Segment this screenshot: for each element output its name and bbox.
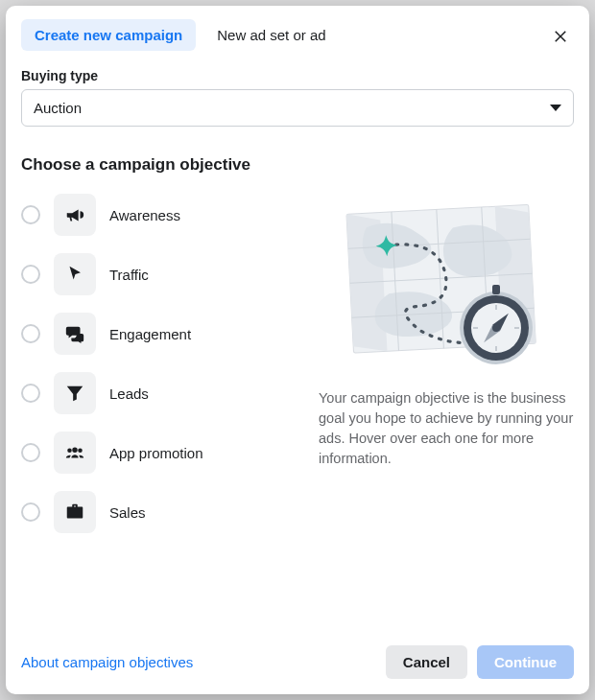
- create-campaign-modal: Create new campaign New ad set or ad Buy…: [6, 6, 589, 694]
- objective-content: Awareness Traffic Engagement: [21, 194, 574, 632]
- about-objectives-link[interactable]: About campaign objectives: [21, 654, 193, 670]
- svg-rect-17: [492, 285, 500, 294]
- continue-button[interactable]: Continue: [477, 645, 574, 679]
- chat-icon: [54, 313, 96, 355]
- svg-point-16: [492, 324, 500, 332]
- objective-label: Leads: [109, 385, 149, 402]
- map-compass-illustration: [341, 203, 552, 371]
- radio-awareness[interactable]: [21, 205, 40, 224]
- buying-type-value: Auction: [34, 100, 82, 116]
- objective-option-leads[interactable]: Leads: [21, 372, 290, 414]
- close-icon: [552, 27, 569, 44]
- radio-app-promotion[interactable]: [21, 443, 40, 462]
- radio-engagement[interactable]: [21, 324, 40, 343]
- cursor-icon: [54, 253, 96, 295]
- tab-new-ad-set[interactable]: New ad set or ad: [203, 19, 339, 51]
- objective-description: Your campaign objective is the business …: [319, 388, 574, 469]
- buying-type-label: Buying type: [21, 68, 574, 83]
- briefcase-icon: [54, 491, 96, 533]
- objective-label: Engagement: [109, 326, 191, 342]
- modal-footer: About campaign objectives Cancel Continu…: [21, 632, 574, 679]
- tab-create-campaign[interactable]: Create new campaign: [21, 19, 196, 51]
- buying-type-select[interactable]: Auction: [21, 89, 574, 127]
- megaphone-icon: [54, 194, 96, 236]
- objective-option-app-promotion[interactable]: App promotion: [21, 432, 290, 474]
- objective-option-awareness[interactable]: Awareness: [21, 194, 290, 236]
- objective-option-sales[interactable]: Sales: [21, 491, 290, 533]
- modal-tabs: Create new campaign New ad set or ad: [21, 19, 574, 51]
- objective-options: Awareness Traffic Engagement: [21, 194, 290, 632]
- objective-option-traffic[interactable]: Traffic: [21, 253, 290, 295]
- objective-label: Traffic: [109, 267, 149, 283]
- funnel-icon: [54, 372, 96, 414]
- cancel-button[interactable]: Cancel: [386, 645, 467, 679]
- radio-sales[interactable]: [21, 502, 40, 522]
- radio-leads[interactable]: [21, 384, 40, 403]
- objective-label: Sales: [109, 504, 146, 521]
- objective-label: App promotion: [109, 445, 203, 461]
- people-icon: [54, 432, 96, 474]
- objective-option-engagement[interactable]: Engagement: [21, 313, 290, 355]
- chevron-down-icon: [550, 105, 561, 111]
- radio-traffic[interactable]: [21, 265, 40, 284]
- objective-heading: Choose a campaign objective: [21, 155, 574, 175]
- close-button[interactable]: [547, 22, 574, 49]
- objective-description-panel: Your campaign objective is the business …: [319, 194, 574, 632]
- objective-label: Awareness: [109, 207, 180, 223]
